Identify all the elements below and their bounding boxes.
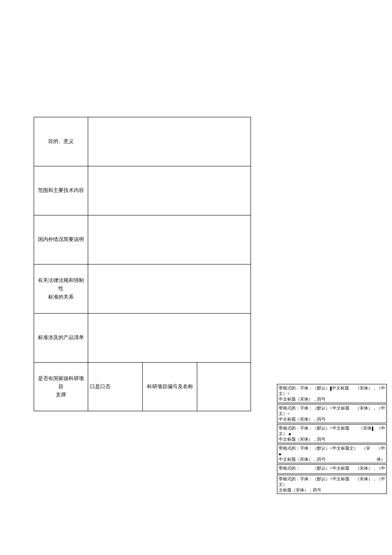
comment-text: （宋体 （中 <box>359 425 386 431</box>
row-content <box>88 117 251 166</box>
row-label: 标准涉及的产品清单 <box>34 314 88 363</box>
comment-box: 带格式的：字体：（默认）+中文标题文） （宋体），（中 文标题（宋体），四号 <box>277 475 387 494</box>
table-row: 范围和主要技术内容 <box>34 166 251 215</box>
table-row: 目的、意义 <box>34 117 251 166</box>
comment-text: （宋体），（中 <box>355 476 385 482</box>
table-row: 国内外情况简要说明 <box>34 215 251 264</box>
comment-box: 带格式的：字体：（默认）+中文标题文） ◆ （宋体 （中 中文标题（宋体），四号 <box>277 424 387 443</box>
sub-label: 科研项目编号及名称 <box>143 363 197 411</box>
format-comments-panel: 带格式的：字体：（默认）中文标题文）+ （宋体），（中 中文标题（宋体），四号 … <box>277 384 387 495</box>
checkbox-cell: 口是口否 <box>88 363 143 411</box>
diamond-icon: ◆ <box>279 452 281 456</box>
row-content <box>88 166 251 215</box>
row-content <box>197 363 251 411</box>
comment-text: 带格式的： <box>279 465 300 471</box>
cursor-marker-icon <box>330 386 331 391</box>
comment-text: 文标题（宋体），四号 <box>279 487 385 493</box>
row-label: 目的、意义 <box>34 117 88 166</box>
comment-text: （宋体），（中 <box>355 405 385 411</box>
comment-text: 带格式的：字体：（默认）+中文标题文） <box>279 476 354 487</box>
comment-box: 带格式的：字体：（默认）+中文标题文） ◆ （宋 （中 中文标题（宋体），四号 … <box>277 444 387 463</box>
comment-text: （宋体），（中 <box>355 465 385 471</box>
comment-text: 中文标题（宋体），四号 <box>279 456 375 462</box>
comment-box: 带格式的：字体：（默认）中文标题文）+ （宋体），（中 中文标题（宋体），四号 <box>277 384 387 403</box>
comment-text: 带格式的：字体：（默认）中文标题文）+ <box>279 385 354 396</box>
form-table: 目的、意义 范围和主要技术内容 国内外情况简要说明 有关法律法规和强制性 标准的… <box>34 117 251 411</box>
comment-text: 中文标题（宋体），四号 <box>279 416 385 422</box>
table-row: 标准涉及的产品清单 <box>34 314 251 363</box>
row-label: 是否有国家级科研项目 支撑 <box>34 363 88 411</box>
table-row: 是否有国家级科研项目 支撑 口是口否 科研项目编号及名称 <box>34 363 251 411</box>
comment-text: （默认）+中文标题 <box>313 465 349 471</box>
table-row: 有关法律法规和强制性 标准的关系 <box>34 264 251 314</box>
comment-text: 中文标题（宋体），四号 <box>279 396 385 402</box>
comment-text: （宋体），（中 <box>355 385 385 391</box>
row-content <box>88 264 251 314</box>
row-content <box>88 314 251 363</box>
comment-text: 带格式的：字体：（默认）+中文标题文） ◆ <box>279 445 360 456</box>
row-label: 有关法律法规和强制性 标准的关系 <box>34 264 88 314</box>
comment-text: 体） <box>377 456 385 462</box>
row-label: 国内外情况简要说明 <box>34 215 88 264</box>
row-label: 范围和主要技术内容 <box>34 166 88 215</box>
cursor-marker-icon <box>372 427 373 431</box>
comment-text: 带格式的：字体：（默认）+中文标题文） ◆ <box>279 425 357 436</box>
comment-text: 带格式的：字体：（默认）+中文标题文）+ <box>279 405 354 416</box>
comment-text: 中文标题（宋体），四号 <box>279 436 385 442</box>
comment-text: （宋 （中 <box>362 445 385 451</box>
row-content <box>88 215 251 264</box>
comment-box: 带格式的：字体：（默认）+中文标题文）+ （宋体），（中 中文标题（宋体），四号 <box>277 404 387 423</box>
comment-box: 带格式的： （默认）+中文标题 （宋体），（中 <box>277 464 387 474</box>
diamond-icon: ◆ <box>288 432 291 436</box>
